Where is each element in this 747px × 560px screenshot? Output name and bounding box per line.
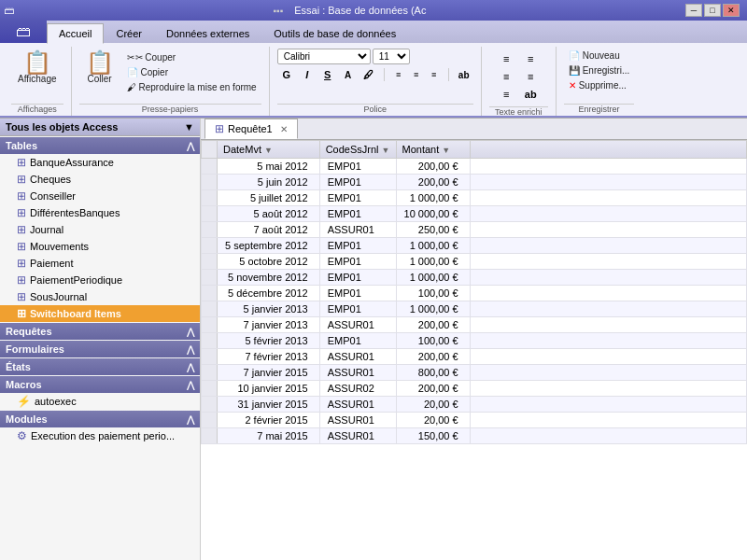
nav-item-sousjournal[interactable]: ⊞SousJournal (0, 288, 200, 305)
table-row[interactable]: 10 janvier 2015 ASSUR02 200,00 € (202, 381, 747, 397)
cell-code-16: ASSUR01 (319, 413, 396, 428)
tab-close-icon[interactable]: ✕ (280, 124, 288, 134)
nav-item-paiementperiodique[interactable]: ⊞PaiementPeriodique (0, 272, 200, 288)
row-selector-3 (202, 206, 218, 222)
table-row[interactable]: 2 février 2015 ASSUR01 20,00 € (202, 413, 747, 428)
nav-item-banqueassurance[interactable]: ⊞BanqueAssurance (0, 154, 200, 171)
section-header-macros[interactable]: Macros ⋀ (0, 376, 200, 393)
cell-date-12: 7 février 2013 (218, 349, 320, 365)
table-row[interactable]: 5 mai 2012 EMP01 200,00 € (202, 159, 747, 175)
texte-btn-5[interactable]: ≡ (519, 68, 542, 85)
affichage-button[interactable]: 📋 Affichage (11, 49, 63, 87)
highlight-button[interactable]: 🖊 (359, 66, 378, 83)
tab-donnees-externes[interactable]: Données externes (154, 22, 261, 43)
section-header-etats[interactable]: États ⋀ (0, 358, 200, 375)
affichage-icon: 📋 (23, 51, 51, 74)
couper-button[interactable]: ✂ ✂ Couper (122, 50, 261, 64)
align-left-button[interactable]: ≡ (390, 67, 407, 82)
tables-chevron: ⋀ (187, 141, 194, 151)
cell-code-5: EMP01 (319, 238, 396, 254)
maximize-button[interactable]: □ (704, 4, 721, 17)
table-row[interactable]: 5 janvier 2013 EMP01 1 000,00 € (202, 301, 747, 317)
header-montant[interactable]: Montant ▼ (396, 141, 470, 159)
cell-date-8: 5 décembre 2012 (218, 286, 320, 301)
nav-item-conseiller[interactable]: ⊞Conseiller (0, 188, 200, 204)
table-row[interactable]: 5 décembre 2012 EMP01 100,00 € (202, 286, 747, 301)
coller-button[interactable]: 📋 Coller (79, 49, 120, 87)
cell-amount-10: 200,00 € (396, 317, 470, 333)
nouveau-button[interactable]: 📄 Nouveau (564, 49, 635, 63)
minimize-button[interactable]: ─ (685, 4, 702, 17)
table-row[interactable]: 7 mai 2015 ASSUR01 150,00 € (202, 428, 747, 444)
italic-button[interactable]: I (298, 66, 317, 83)
cell-code-12: ASSUR01 (319, 349, 396, 365)
tables-list: ⊞BanqueAssurance⊞Cheques⊞Conseiller⊞Diff… (0, 154, 200, 322)
codess-sort-icon: ▼ (382, 146, 390, 155)
table-row[interactable]: 5 novembre 2012 EMP01 1 000,00 € (202, 270, 747, 286)
reproduire-button[interactable]: 🖌 Reproduire la mise en forme (122, 80, 261, 94)
table-row[interactable]: 5 août 2012 EMP01 10 000,00 € (202, 206, 747, 222)
content-tab-requete1[interactable]: ⊞ Requête1 ✕ (204, 119, 298, 139)
texte-btn-6[interactable]: ab (519, 86, 542, 103)
row-selector-6 (202, 254, 218, 270)
ribbon-group-police: Calibri 11 G I S A 🖊 ≡ ≡ ≡ (270, 47, 482, 116)
table-row[interactable]: 7 février 2013 ASSUR01 200,00 € (202, 349, 747, 365)
nav-item-cheques[interactable]: ⊞Cheques (0, 171, 200, 188)
section-header-tables[interactable]: Tables ⋀ (0, 137, 200, 154)
close-button[interactable]: ✕ (723, 4, 740, 17)
nav-item-journal[interactable]: ⊞Journal (0, 221, 200, 238)
section-label-macros: Macros (6, 379, 42, 390)
cell-empty-11 (470, 333, 746, 349)
cell-date-1: 5 juin 2012 (218, 175, 320, 190)
table-row[interactable]: 5 février 2013 EMP01 100,00 € (202, 333, 747, 349)
nav-item-différentesbanques[interactable]: ⊞DifférentesBanques (0, 204, 200, 221)
execution-label: Execution des paiement perio... (31, 430, 175, 441)
header-datemvt[interactable]: DateMvt ▼ (218, 141, 320, 159)
nav-header[interactable]: Tous les objets Access ▼ (0, 119, 200, 136)
section-header-requetes[interactable]: Requêtes ⋀ (0, 323, 200, 340)
row-selector-4 (202, 222, 218, 238)
header-codess[interactable]: CodeSsJrnl ▼ (319, 141, 396, 159)
table-row[interactable]: 7 janvier 2015 ASSUR01 800,00 € (202, 365, 747, 381)
table-row[interactable]: 5 septembre 2012 EMP01 1 000,00 € (202, 238, 747, 254)
copier-button[interactable]: 📄 Copier (122, 65, 261, 79)
section-header-formulaires[interactable]: Formulaires ⋀ (0, 341, 200, 357)
nav-item-mouvements[interactable]: ⊞Mouvements (0, 238, 200, 255)
font-size-select[interactable]: 11 (373, 49, 410, 64)
nav-item-paiement[interactable]: ⊞Paiement (0, 255, 200, 272)
nav-item-execution[interactable]: ⚙ Execution des paiement perio... (0, 427, 200, 444)
font-family-select[interactable]: Calibri (277, 49, 371, 64)
texte-btn-1[interactable]: ≡ (495, 50, 517, 67)
cell-empty-13 (470, 365, 746, 381)
section-header-modules[interactable]: Modules ⋀ (0, 411, 200, 427)
text-format-button[interactable]: ab (455, 66, 473, 83)
table-row[interactable]: 5 octobre 2012 EMP01 1 000,00 € (202, 254, 747, 270)
cell-code-8: EMP01 (319, 286, 396, 301)
font-color-button[interactable]: A (339, 66, 358, 83)
tab-accueil[interactable]: Accueil (47, 23, 104, 44)
underline-button[interactable]: S (318, 66, 337, 83)
cell-empty-14 (470, 381, 746, 397)
align-right-button[interactable]: ≡ (426, 67, 443, 82)
bold-button[interactable]: G (277, 66, 296, 83)
texte-btn-4[interactable]: ≡ (519, 50, 542, 67)
table-row[interactable]: 7 janvier 2013 ASSUR01 200,00 € (202, 317, 747, 333)
table-row[interactable]: 5 juillet 2012 EMP01 1 000,00 € (202, 190, 747, 206)
cell-amount-15: 20,00 € (396, 397, 470, 413)
nav-item-autoexec[interactable]: ⚡ autoexec (0, 393, 200, 410)
title-bar: 🗃 ▪▪▪ Essai : Base de données (Ac ─ □ ✕ (0, 0, 747, 21)
supprimer-button[interactable]: ✕ Supprime... (564, 78, 635, 92)
align-center-button[interactable]: ≡ (408, 67, 425, 82)
table-row[interactable]: 5 juin 2012 EMP01 200,00 € (202, 175, 747, 190)
cell-date-16: 2 février 2015 (218, 413, 320, 428)
enregistrer-button[interactable]: 💾 Enregistri... (564, 63, 635, 77)
texte-btn-2[interactable]: ≡ (495, 68, 517, 85)
tab-creer[interactable]: Créer (104, 22, 154, 43)
table-row[interactable]: 31 janvier 2015 ASSUR01 20,00 € (202, 397, 747, 413)
tab-outils-bdd[interactable]: Outils de base de données (261, 22, 408, 43)
table-row[interactable]: 7 août 2012 ASSUR01 250,00 € (202, 222, 747, 238)
requete-tab-label: Requête1 (228, 123, 273, 134)
nav-item-switchboard-items[interactable]: ⊞Switchboard Items (0, 305, 200, 322)
nav-header-label: Tous les objets Access (6, 121, 184, 133)
texte-btn-3[interactable]: ≡ (495, 86, 517, 103)
